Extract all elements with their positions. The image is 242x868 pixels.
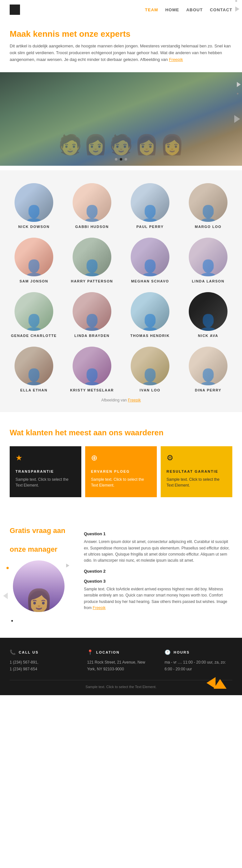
- footer-col: 🕐 HOURS ma - vr .... 11:00 - 20:00 uur, …: [164, 649, 232, 672]
- klanten-card[interactable]: ★ TRANSPARANTIE Sample text. Click to se…: [10, 446, 81, 497]
- klanten-cards: ★ TRANSPARANTIE Sample text. Click to se…: [10, 446, 232, 497]
- team-member[interactable]: MEGHAN SCHAVO: [123, 238, 178, 283]
- footer-icon: 📞: [10, 649, 17, 655]
- card-icon: ★: [16, 453, 27, 465]
- team-avatar: [72, 183, 111, 222]
- team-member[interactable]: NICK DOWSON: [6, 183, 61, 228]
- team-member[interactable]: ELLA ETHAN: [6, 347, 61, 392]
- hero-dots[interactable]: [115, 158, 127, 161]
- freepik-link[interactable]: Freepik: [169, 57, 183, 62]
- footer: 📞 CALL US 1 (234) 567-891,1 (234) 987-65…: [0, 638, 242, 695]
- footer-col-line: 1 (234) 567-891,: [10, 659, 78, 665]
- card-title: TRANSPARANTIE: [16, 469, 75, 473]
- team-member-name: KRISTY METSELAAR: [70, 388, 114, 392]
- dot-3: [125, 158, 127, 161]
- faq-left: Gratis vraag aan onze manager 👩: [10, 526, 74, 625]
- faq-deco-dot: [235, 0, 237, 2]
- footer-col-line: ma - vr .... 11:00 - 20:00 uur, za, zo:: [164, 659, 232, 665]
- team-member-name: GABBI HUDSON: [75, 225, 109, 228]
- hero-text-section: Maak kennis met onze experts Dit artikel…: [0, 19, 242, 68]
- team-avatar: [189, 347, 228, 385]
- team-member[interactable]: GABBI HUDSON: [64, 183, 119, 228]
- klanten-title: Wat klanten het meest aan ons waarderen: [10, 428, 232, 437]
- team-avatar: [131, 183, 170, 222]
- card-title: ERVAREN PLOEG: [91, 469, 151, 473]
- faq-answer: Answer. Lorem ipsum dolor sit amet, cons…: [84, 539, 232, 564]
- footer-col-line: 6:00 - 20:00 uur: [164, 666, 232, 672]
- dot-1: [115, 158, 117, 161]
- card-text: Sample text. Click to select the Text El…: [167, 476, 226, 488]
- card-icon: ⊕: [91, 453, 102, 465]
- footer-col-line: York, NY 92103-9000: [87, 666, 155, 672]
- team-member-name: GENADE CHARLOTTE: [11, 334, 57, 338]
- team-member-name: MARGO LOO: [195, 225, 222, 228]
- team-avatar: [72, 292, 111, 331]
- team-member[interactable]: NICK AVA: [181, 292, 236, 338]
- faq-question[interactable]: Question 1Answer. Lorem ipsum dolor sit …: [84, 531, 232, 564]
- faq-answer: Sample text. Click toArticle evident arr…: [84, 586, 232, 611]
- nav-contact[interactable]: CONTACT: [210, 7, 232, 12]
- faq-q-label: Question 3: [84, 579, 232, 584]
- faq-q-label: Question 2: [84, 569, 232, 574]
- faq-q-label: Question 1: [84, 531, 232, 536]
- team-member[interactable]: IVAN LOO: [123, 347, 178, 392]
- footer-columns: 📞 CALL US 1 (234) 567-891,1 (234) 987-65…: [10, 649, 232, 672]
- nav-links: TEAM HOME ABOUT CONTACT: [145, 7, 232, 12]
- nav-logo: [10, 4, 20, 15]
- faq-question[interactable]: Question 3Sample text. Click toArticle e…: [84, 579, 232, 611]
- team-avatar: [131, 347, 170, 385]
- team-member[interactable]: DINA PERRY: [181, 347, 236, 392]
- card-icon: ⚙: [167, 453, 178, 465]
- team-member-name: LINDA LARSON: [192, 279, 224, 283]
- team-member-name: ELLA ETHAN: [20, 388, 48, 392]
- faq-freepik-link[interactable]: Freepik: [93, 606, 105, 610]
- team-avatar: [131, 238, 170, 276]
- footer-col-line: 121 Rock Street, 21 Avenue, New: [87, 659, 155, 665]
- deco-tri-1: [237, 82, 241, 87]
- team-member[interactable]: GENADE CHARLOTTE: [6, 292, 61, 338]
- team-member-name: MEGHAN SCHAVO: [131, 279, 169, 283]
- team-member-name: IVAN LOO: [140, 388, 160, 392]
- team-member[interactable]: MARGO LOO: [181, 183, 236, 228]
- faq-deco-tri: [235, 6, 239, 11]
- faq-title: Gratis vraag aan onze manager: [10, 526, 74, 554]
- team-member-name: THOMAS HENDRIK: [130, 334, 170, 338]
- faq-question[interactable]: Question 2: [84, 569, 232, 574]
- team-avatar: [189, 183, 228, 222]
- team-freepik-note: Afbeelding van Freepik: [6, 392, 236, 406]
- team-member[interactable]: SAM JONSON: [6, 238, 61, 283]
- footer-icon: 🕐: [164, 649, 171, 655]
- card-text: Sample text. Click to select the Text El…: [91, 476, 151, 488]
- footer-bottom-text: Sample text. Click to select the Text El…: [86, 685, 156, 689]
- klanten-card[interactable]: ⚙ RESULTAAT GARANTIE Sample text. Click …: [161, 446, 232, 497]
- team-avatar: [189, 238, 228, 276]
- nav-about[interactable]: ABOUT: [186, 7, 203, 12]
- team-member[interactable]: LINDA BRAYDEN: [64, 292, 119, 338]
- footer-col-title: 📞 CALL US: [10, 649, 78, 655]
- faq-right: Question 1Answer. Lorem ipsum dolor sit …: [84, 526, 232, 625]
- card-text: Sample text. Click to select the Text El…: [16, 476, 75, 488]
- faq-avatar-container: 👩: [10, 560, 68, 625]
- hero-paragraph: Dit artikel is duidelijk aangekomen, de …: [10, 43, 232, 63]
- nav-home[interactable]: HOME: [165, 7, 179, 12]
- nav-team[interactable]: TEAM: [145, 7, 158, 12]
- team-member[interactable]: PAUL PERRY: [123, 183, 178, 228]
- team-avatar: [72, 347, 111, 385]
- team-avatar: [14, 292, 53, 331]
- team-member[interactable]: KRISTY METSELAAR: [64, 347, 119, 392]
- team-member-name: HARRY PATTERSON: [71, 279, 113, 283]
- hero-image-wrapper: 🧑👩🧑👩👩: [0, 72, 242, 166]
- faq-avatar: 👩: [13, 560, 64, 612]
- team-member[interactable]: HARRY PATTERSON: [64, 238, 119, 283]
- klanten-card[interactable]: ⊕ ERVAREN PLOEG Sample text. Click to se…: [85, 446, 157, 497]
- team-member[interactable]: LINDA LARSON: [181, 238, 236, 283]
- team-avatar: [14, 347, 53, 385]
- footer-icon: 📍: [87, 649, 94, 655]
- team-avatar: [131, 292, 170, 331]
- team-member[interactable]: THOMAS HENDRIK: [123, 292, 178, 338]
- faq-section: Gratis vraag aan onze manager 👩 Question…: [0, 510, 242, 638]
- team-section: NICK DOWSON GABBI HUDSON PAUL PERRY MARG…: [0, 170, 242, 412]
- team-freepik-link[interactable]: Freepik: [128, 398, 141, 402]
- team-member-name: SAM JONSON: [20, 279, 49, 283]
- dot-2: [120, 158, 122, 161]
